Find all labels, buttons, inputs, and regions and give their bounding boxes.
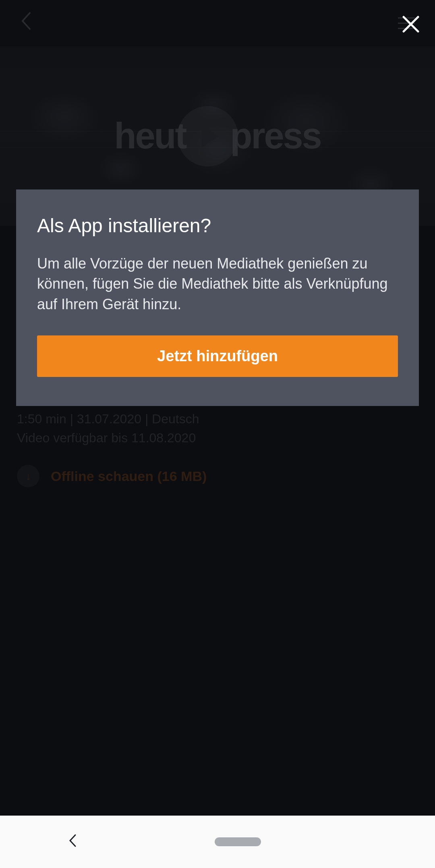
system-back-button[interactable]: [68, 833, 77, 851]
modal-title: Als App installieren?: [37, 214, 398, 237]
install-app-modal: Als App installieren? Um alle Vorzüge de…: [16, 189, 419, 406]
system-home-pill[interactable]: [215, 837, 261, 846]
modal-overlay[interactable]: [0, 0, 435, 868]
close-button[interactable]: [401, 14, 421, 34]
modal-confirm-button[interactable]: Jetzt hinzufügen: [37, 335, 398, 377]
system-navigation-bar: [0, 816, 435, 868]
modal-body: Um alle Vorzüge der neuen Mediathek geni…: [37, 254, 398, 314]
